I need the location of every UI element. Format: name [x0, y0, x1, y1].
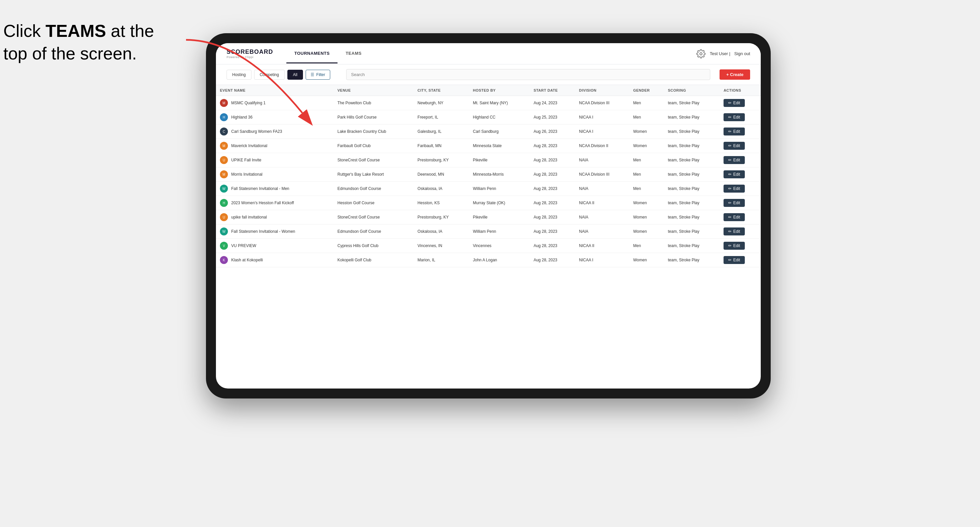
cell-hosted-by-3: Minnesota State [469, 139, 530, 153]
toolbar: Hosting Competing All ☰ Filter + Create [216, 64, 761, 85]
cell-event-name-6: W Fall Statesmen Invitational - Men [216, 182, 334, 196]
cell-actions-0: ✏ Edit [719, 96, 761, 110]
cell-division-4: NAIA [575, 153, 629, 167]
cell-division-3: NCAA Division II [575, 139, 629, 153]
table-row: M Morris Invitational Ruttger's Bay Lake… [216, 167, 761, 182]
hosting-button[interactable]: Hosting [227, 70, 251, 80]
cell-actions-1: ✏ Edit [719, 110, 761, 125]
cell-division-9: NAIA [575, 224, 629, 239]
edit-icon-6: ✏ [728, 186, 732, 191]
cell-venue-11: Kokopelli Golf Club [334, 253, 414, 267]
cell-event-name-7: H 2023 Women's Hesston Fall Kickoff [216, 196, 334, 210]
edit-button-10[interactable]: ✏ Edit [724, 242, 745, 250]
create-button[interactable]: + Create [719, 70, 750, 80]
header-right: Test User | Sign out [696, 49, 750, 59]
cell-city-state-4: Prestonsburg, KY [414, 153, 469, 167]
team-logo-9: W [220, 227, 228, 235]
cell-start-date-1: Aug 25, 2023 [530, 110, 575, 125]
cell-city-state-10: Vincennes, IN [414, 239, 469, 253]
cell-scoring-6: team, Stroke Play [664, 182, 720, 196]
event-name-text-6: Fall Statesmen Invitational - Men [231, 186, 290, 191]
cell-start-date-5: Aug 28, 2023 [530, 167, 575, 182]
cell-event-name-9: W Fall Statesmen Invitational - Women [216, 224, 334, 239]
cell-venue-7: Hesston Golf Course [334, 196, 414, 210]
cell-start-date-4: Aug 28, 2023 [530, 153, 575, 167]
table-row: U upike fall invitational StoneCrest Gol… [216, 210, 761, 224]
col-gender: GENDER [629, 85, 664, 96]
edit-button-6[interactable]: ✏ Edit [724, 185, 745, 193]
cell-event-name-4: U UPIKE Fall Invite [216, 153, 334, 167]
team-logo-1: H [220, 113, 228, 121]
tab-tournaments[interactable]: TOURNAMENTS [286, 44, 337, 63]
cell-hosted-by-2: Carl Sandburg [469, 125, 530, 139]
cell-event-name-3: M Maverick Invitational [216, 139, 334, 153]
competing-button[interactable]: Competing [254, 70, 285, 80]
cell-gender-1: Men [629, 110, 664, 125]
cell-hosted-by-1: Highland CC [469, 110, 530, 125]
edit-icon-3: ✏ [728, 143, 732, 148]
settings-icon[interactable] [696, 49, 706, 59]
cell-venue-2: Lake Bracken Country Club [334, 125, 414, 139]
edit-icon-11: ✏ [728, 258, 732, 262]
logo-area: SCOREBOARD Powered by Clippi [227, 49, 273, 59]
cell-start-date-9: Aug 28, 2023 [530, 224, 575, 239]
team-logo-6: W [220, 185, 228, 193]
cell-start-date-11: Aug 28, 2023 [530, 253, 575, 267]
event-name-text-10: VU PREVIEW [231, 243, 256, 248]
cell-division-11: NICAA I [575, 253, 629, 267]
team-logo-7: H [220, 199, 228, 207]
cell-venue-9: Edmundson Golf Course [334, 224, 414, 239]
cell-hosted-by-6: William Penn [469, 182, 530, 196]
edit-icon-8: ✏ [728, 215, 732, 219]
instruction-text: Click TEAMS at thetop of the screen. [3, 20, 203, 65]
table-row: H Highland 36 Park Hills Golf Course Fre… [216, 110, 761, 125]
cell-event-name-2: C Carl Sandburg Women FA23 [216, 125, 334, 139]
edit-icon-5: ✏ [728, 172, 732, 177]
table-row: C Carl Sandburg Women FA23 Lake Bracken … [216, 125, 761, 139]
cell-gender-7: Women [629, 196, 664, 210]
edit-button-5[interactable]: ✏ Edit [724, 170, 745, 178]
all-button[interactable]: All [287, 70, 303, 80]
cell-division-10: NICAA II [575, 239, 629, 253]
cell-scoring-3: team, Stroke Play [664, 139, 720, 153]
cell-gender-11: Women [629, 253, 664, 267]
col-city-state: CITY, STATE [414, 85, 469, 96]
search-input[interactable] [346, 69, 711, 80]
cell-hosted-by-9: William Penn [469, 224, 530, 239]
sign-out-link[interactable]: Sign out [734, 51, 750, 56]
cell-start-date-7: Aug 28, 2023 [530, 196, 575, 210]
col-event-name: EVENT NAME [216, 85, 334, 96]
tab-teams[interactable]: TEAMS [337, 44, 369, 63]
edit-button-0[interactable]: ✏ Edit [724, 99, 745, 107]
user-info: Test User | [710, 51, 730, 56]
col-scoring: SCORING [664, 85, 720, 96]
edit-button-3[interactable]: ✏ Edit [724, 142, 745, 150]
filter-button[interactable]: ☰ Filter [305, 70, 330, 80]
edit-icon-10: ✏ [728, 243, 732, 248]
edit-button-4[interactable]: ✏ Edit [724, 156, 745, 164]
edit-button-2[interactable]: ✏ Edit [724, 127, 745, 135]
cell-division-1: NICAA I [575, 110, 629, 125]
logo-title: SCOREBOARD [227, 49, 273, 56]
cell-scoring-7: team, Stroke Play [664, 196, 720, 210]
event-name-text-8: upike fall invitational [231, 215, 267, 219]
edit-button-7[interactable]: ✏ Edit [724, 199, 745, 207]
edit-button-9[interactable]: ✏ Edit [724, 227, 745, 235]
team-logo-10: V [220, 242, 228, 250]
cell-venue-6: Edmundson Golf Course [334, 182, 414, 196]
cell-division-2: NICAA I [575, 125, 629, 139]
cell-actions-3: ✏ Edit [719, 139, 761, 153]
cell-venue-1: Park Hills Golf Course [334, 110, 414, 125]
edit-icon-7: ✏ [728, 201, 732, 205]
edit-button-11[interactable]: ✏ Edit [724, 256, 745, 264]
table-row: M Maverick Invitational Faribault Golf C… [216, 139, 761, 153]
tournaments-table: EVENT NAME VENUE CITY, STATE HOSTED BY S… [216, 85, 761, 267]
cell-gender-9: Women [629, 224, 664, 239]
nav-tabs: TOURNAMENTS TEAMS [286, 44, 696, 63]
edit-button-8[interactable]: ✏ Edit [724, 213, 745, 221]
cell-gender-3: Women [629, 139, 664, 153]
cell-actions-8: ✏ Edit [719, 210, 761, 224]
edit-button-1[interactable]: ✏ Edit [724, 113, 745, 121]
table-container: EVENT NAME VENUE CITY, STATE HOSTED BY S… [216, 85, 761, 389]
cell-hosted-by-5: Minnesota-Morris [469, 167, 530, 182]
